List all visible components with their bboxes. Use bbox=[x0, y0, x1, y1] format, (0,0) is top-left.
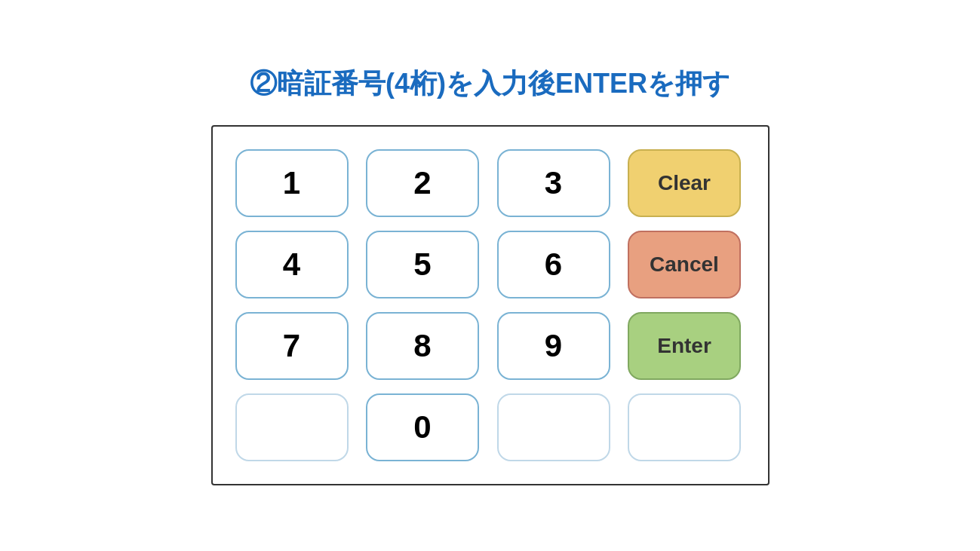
key-0-button[interactable]: 0 bbox=[366, 393, 479, 461]
key-3-button[interactable]: 3 bbox=[497, 149, 610, 217]
key-8-button[interactable]: 8 bbox=[366, 312, 479, 380]
key-empty-right bbox=[497, 393, 610, 461]
key-6-button[interactable]: 6 bbox=[497, 231, 610, 298]
key-7-button[interactable]: 7 bbox=[235, 312, 349, 380]
page-title: ②暗証番号(4桁)を入力後ENTERを押す bbox=[250, 66, 730, 103]
key-4-button[interactable]: 4 bbox=[235, 231, 349, 298]
enter-button[interactable]: Enter bbox=[628, 312, 741, 380]
key-empty-left bbox=[235, 393, 349, 461]
clear-button[interactable]: Clear bbox=[628, 149, 741, 217]
key-9-button[interactable]: 9 bbox=[497, 312, 610, 380]
key-2-button[interactable]: 2 bbox=[366, 149, 479, 217]
key-empty-bottom bbox=[628, 393, 741, 461]
key-5-button[interactable]: 5 bbox=[366, 231, 479, 298]
cancel-button[interactable]: Cancel bbox=[628, 231, 741, 298]
key-1-button[interactable]: 1 bbox=[235, 149, 349, 217]
keypad-container: 1 2 3 Clear 4 5 6 Cancel 7 8 9 Enter 0 bbox=[211, 125, 770, 485]
